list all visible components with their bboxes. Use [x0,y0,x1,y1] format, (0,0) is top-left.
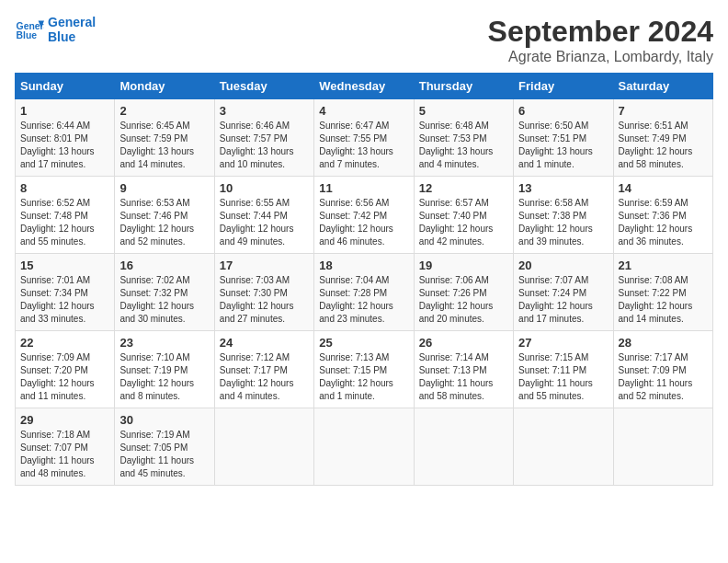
day-cell: 28Sunrise: 7:17 AM Sunset: 7:09 PM Dayli… [613,331,712,408]
day-cell: 5Sunrise: 6:48 AM Sunset: 7:53 PM Daylig… [414,99,513,177]
day-cell [613,408,712,486]
day-info: Sunrise: 6:50 AM Sunset: 7:51 PM Dayligh… [518,120,608,171]
day-info: Sunrise: 7:01 AM Sunset: 7:34 PM Dayligh… [20,274,109,326]
day-cell: 19Sunrise: 7:06 AM Sunset: 7:26 PM Dayli… [414,254,513,331]
day-cell: 2Sunrise: 6:45 AM Sunset: 7:59 PM Daylig… [115,99,214,177]
day-cell: 4Sunrise: 6:47 AM Sunset: 7:55 PM Daylig… [314,99,414,177]
day-cell: 3Sunrise: 6:46 AM Sunset: 7:57 PM Daylig… [214,99,313,177]
header-cell-wednesday: Wednesday [314,74,414,99]
day-number: 27 [518,336,608,350]
day-cell: 22Sunrise: 7:09 AM Sunset: 7:20 PM Dayli… [16,331,115,408]
header-cell-sunday: Sunday [16,74,115,99]
day-info: Sunrise: 6:45 AM Sunset: 7:59 PM Dayligh… [119,120,209,171]
day-number: 14 [619,181,708,195]
day-number: 23 [119,336,209,350]
day-cell: 13Sunrise: 6:58 AM Sunset: 7:38 PM Dayli… [514,177,613,254]
header-cell-friday: Friday [514,74,613,99]
day-cell [514,408,613,486]
day-info: Sunrise: 7:06 AM Sunset: 7:26 PM Dayligh… [419,274,508,326]
logo: General Blue General Blue [15,15,96,44]
day-info: Sunrise: 6:58 AM Sunset: 7:38 PM Dayligh… [518,197,608,248]
day-number: 2 [119,104,209,118]
day-info: Sunrise: 6:53 AM Sunset: 7:46 PM Dayligh… [119,197,209,248]
day-number: 12 [419,181,508,195]
day-info: Sunrise: 6:51 AM Sunset: 7:49 PM Dayligh… [619,120,708,171]
logo-blue: Blue [48,29,96,44]
day-number: 1 [20,104,109,118]
day-cell: 20Sunrise: 7:07 AM Sunset: 7:24 PM Dayli… [514,254,613,331]
day-cell: 24Sunrise: 7:12 AM Sunset: 7:17 PM Dayli… [214,331,313,408]
day-number: 9 [119,181,209,195]
day-number: 3 [220,104,309,118]
day-number: 21 [619,259,708,272]
day-number: 13 [518,181,608,195]
day-info: Sunrise: 7:19 AM Sunset: 7:05 PM Dayligh… [119,429,209,480]
day-number: 19 [419,259,508,272]
day-info: Sunrise: 6:47 AM Sunset: 7:55 PM Dayligh… [319,120,408,171]
day-number: 4 [319,104,408,118]
day-info: Sunrise: 7:10 AM Sunset: 7:19 PM Dayligh… [119,351,209,403]
logo-general: General [48,15,96,29]
day-info: Sunrise: 7:02 AM Sunset: 7:32 PM Dayligh… [119,274,209,326]
title-block: September 2024 Agrate Brianza, Lombardy,… [488,15,713,65]
day-number: 5 [419,104,508,118]
day-cell: 12Sunrise: 6:57 AM Sunset: 7:40 PM Dayli… [414,177,513,254]
day-info: Sunrise: 7:07 AM Sunset: 7:24 PM Dayligh… [518,274,608,326]
day-number: 10 [220,181,309,195]
day-info: Sunrise: 7:15 AM Sunset: 7:11 PM Dayligh… [518,351,608,403]
day-number: 16 [119,259,209,272]
day-info: Sunrise: 6:44 AM Sunset: 8:01 PM Dayligh… [20,120,109,171]
day-number: 8 [20,181,109,195]
svg-text:Blue: Blue [17,30,38,40]
day-cell: 17Sunrise: 7:03 AM Sunset: 7:30 PM Dayli… [214,254,313,331]
day-info: Sunrise: 6:52 AM Sunset: 7:48 PM Dayligh… [20,197,109,248]
day-info: Sunrise: 6:59 AM Sunset: 7:36 PM Dayligh… [619,197,708,248]
day-number: 17 [220,259,309,272]
header-row: SundayMondayTuesdayWednesdayThursdayFrid… [16,74,713,99]
day-number: 26 [419,336,508,350]
day-info: Sunrise: 7:14 AM Sunset: 7:13 PM Dayligh… [419,351,508,403]
day-info: Sunrise: 6:56 AM Sunset: 7:42 PM Dayligh… [319,197,408,248]
day-info: Sunrise: 7:04 AM Sunset: 7:28 PM Dayligh… [319,274,408,326]
day-cell [314,408,414,486]
week-row-5: 29Sunrise: 7:18 AM Sunset: 7:07 PM Dayli… [16,408,713,486]
day-number: 24 [220,336,309,350]
day-number: 28 [619,336,708,350]
day-number: 20 [518,259,608,272]
logo-icon: General Blue [15,15,44,44]
day-cell: 1Sunrise: 6:44 AM Sunset: 8:01 PM Daylig… [16,99,115,177]
day-cell: 6Sunrise: 6:50 AM Sunset: 7:51 PM Daylig… [514,99,613,177]
week-row-3: 15Sunrise: 7:01 AM Sunset: 7:34 PM Dayli… [16,254,713,331]
day-cell [214,408,313,486]
day-cell: 15Sunrise: 7:01 AM Sunset: 7:34 PM Dayli… [16,254,115,331]
day-info: Sunrise: 7:03 AM Sunset: 7:30 PM Dayligh… [220,274,309,326]
calendar-header: SundayMondayTuesdayWednesdayThursdayFrid… [16,74,713,99]
day-number: 11 [319,181,408,195]
day-info: Sunrise: 6:55 AM Sunset: 7:44 PM Dayligh… [220,197,309,248]
day-cell: 14Sunrise: 6:59 AM Sunset: 7:36 PM Dayli… [613,177,712,254]
day-cell: 16Sunrise: 7:02 AM Sunset: 7:32 PM Dayli… [115,254,214,331]
day-info: Sunrise: 7:09 AM Sunset: 7:20 PM Dayligh… [20,351,109,403]
day-info: Sunrise: 7:18 AM Sunset: 7:07 PM Dayligh… [20,429,109,480]
day-cell: 26Sunrise: 7:14 AM Sunset: 7:13 PM Dayli… [414,331,513,408]
week-row-2: 8Sunrise: 6:52 AM Sunset: 7:48 PM Daylig… [16,177,713,254]
day-cell: 23Sunrise: 7:10 AM Sunset: 7:19 PM Dayli… [115,331,214,408]
day-number: 25 [319,336,408,350]
day-cell: 10Sunrise: 6:55 AM Sunset: 7:44 PM Dayli… [214,177,313,254]
day-number: 22 [20,336,109,350]
day-cell: 11Sunrise: 6:56 AM Sunset: 7:42 PM Dayli… [314,177,414,254]
week-row-4: 22Sunrise: 7:09 AM Sunset: 7:20 PM Dayli… [16,331,713,408]
day-cell: 7Sunrise: 6:51 AM Sunset: 7:49 PM Daylig… [613,99,712,177]
day-cell: 30Sunrise: 7:19 AM Sunset: 7:05 PM Dayli… [115,408,214,486]
day-info: Sunrise: 6:57 AM Sunset: 7:40 PM Dayligh… [419,197,508,248]
day-number: 18 [319,259,408,272]
day-cell: 18Sunrise: 7:04 AM Sunset: 7:28 PM Dayli… [314,254,414,331]
day-cell: 8Sunrise: 6:52 AM Sunset: 7:48 PM Daylig… [16,177,115,254]
header-cell-tuesday: Tuesday [214,74,313,99]
header-cell-monday: Monday [115,74,214,99]
day-number: 29 [20,413,109,427]
day-cell: 9Sunrise: 6:53 AM Sunset: 7:46 PM Daylig… [115,177,214,254]
day-number: 15 [20,259,109,272]
day-number: 30 [119,413,209,427]
day-cell: 21Sunrise: 7:08 AM Sunset: 7:22 PM Dayli… [613,254,712,331]
